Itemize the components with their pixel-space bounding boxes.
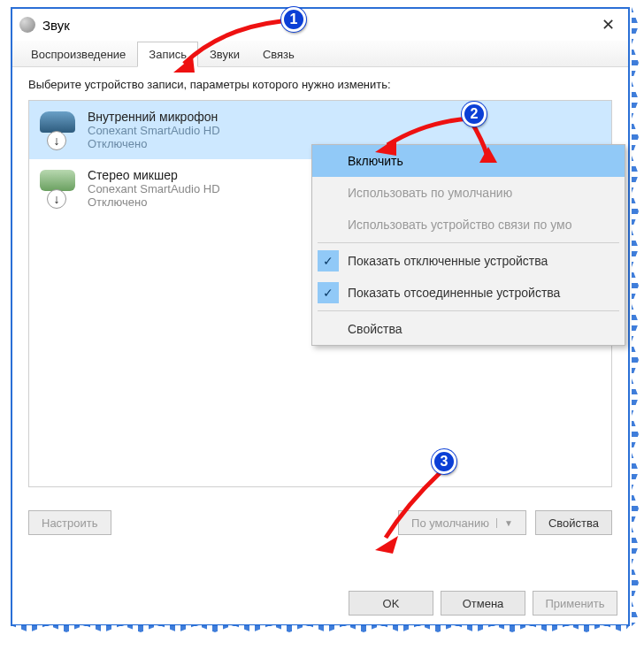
tab-sounds[interactable]: Звуки <box>198 42 251 67</box>
window-title: Звук <box>42 18 70 33</box>
set-default-button[interactable]: По умолчанию ▼ <box>398 510 526 535</box>
frayed-edge-decoration <box>632 7 639 626</box>
tab-strip: Воспроизведение Запись Звуки Связь <box>12 41 628 67</box>
menu-show-disconnected[interactable]: ✓ Показать отсоединенные устройства <box>312 277 625 309</box>
disabled-badge-icon: ↓ <box>47 131 66 150</box>
chevron-down-icon: ▼ <box>496 518 513 528</box>
lower-button-row: Настроить По умолчанию ▼ Свойства <box>12 498 628 535</box>
titlebar: Звук ✕ <box>12 9 628 41</box>
cancel-button[interactable]: Отмена <box>441 591 525 616</box>
configure-button[interactable]: Настроить <box>28 510 111 535</box>
set-default-label: По умолчанию <box>411 516 489 530</box>
menu-set-comm-default[interactable]: Использовать устройство связи по умо <box>312 209 625 241</box>
device-vendor: Conexant SmartAudio HD <box>88 182 220 195</box>
disabled-badge-icon: ↓ <box>47 189 66 209</box>
menu-separator <box>318 242 619 243</box>
properties-button[interactable]: Свойства <box>535 510 612 535</box>
check-icon: ✓ <box>318 282 339 303</box>
menu-properties[interactable]: Свойства <box>312 313 625 345</box>
device-vendor: Conexant SmartAudio HD <box>88 124 220 137</box>
frayed-edge-decoration <box>11 625 630 632</box>
menu-separator <box>318 310 619 311</box>
instruction-text: Выберите устройство записи, параметры ко… <box>28 78 612 91</box>
device-context-menu: Включить Использовать по умолчанию Испол… <box>311 144 625 346</box>
menu-label: Показать отсоединенные устройства <box>348 286 560 300</box>
ok-button[interactable]: OK <box>349 591 433 616</box>
annotation-badge-2: 2 <box>462 102 487 126</box>
tab-recording[interactable]: Запись <box>137 42 198 67</box>
device-status: Отключено <box>88 137 220 150</box>
sound-icon <box>19 17 35 33</box>
menu-label: Показать отключенные устройства <box>348 254 548 268</box>
device-name: Внутренний микрофон <box>88 110 220 124</box>
menu-enable[interactable]: Включить <box>312 145 625 177</box>
microphone-icon: ↓ <box>40 110 79 149</box>
menu-show-disabled[interactable]: ✓ Показать отключенные устройства <box>312 245 625 277</box>
mixer-icon: ↓ <box>40 168 79 207</box>
tab-playback[interactable]: Воспроизведение <box>19 42 137 67</box>
annotation-badge-1: 1 <box>281 7 306 32</box>
menu-set-default[interactable]: Использовать по умолчанию <box>312 177 625 209</box>
device-status: Отключено <box>88 195 220 209</box>
apply-button[interactable]: Применить <box>533 591 617 616</box>
close-button[interactable]: ✕ <box>594 15 621 34</box>
device-name: Стерео микшер <box>88 168 220 182</box>
tab-communications[interactable]: Связь <box>251 42 306 67</box>
check-icon: ✓ <box>318 250 339 271</box>
annotation-badge-3: 3 <box>432 449 456 474</box>
dialog-button-row: OK Отмена Применить <box>349 591 617 616</box>
